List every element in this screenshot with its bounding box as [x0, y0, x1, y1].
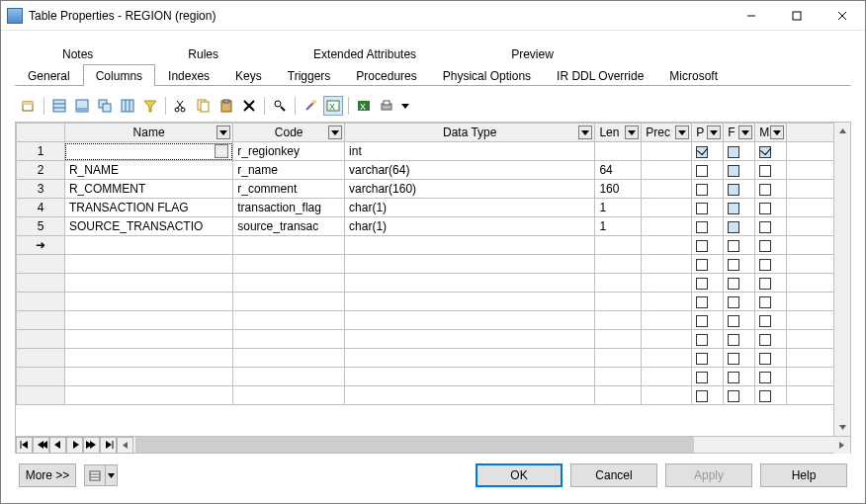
header-dropdown-icon[interactable]: [625, 126, 639, 139]
checkbox[interactable]: [696, 184, 708, 196]
tab-indexes[interactable]: Indexes: [155, 64, 222, 86]
table-row[interactable]: 5SOURCE_TRANSACTIOsource_transacchar(1)1: [17, 217, 850, 236]
cell-datatype[interactable]: char(1): [345, 217, 595, 236]
checkbox[interactable]: [759, 165, 771, 177]
row-number[interactable]: 4: [17, 199, 65, 217]
scroll-up-icon[interactable]: [834, 123, 851, 139]
cancel-button[interactable]: Cancel: [570, 463, 657, 487]
checkbox[interactable]: [696, 390, 708, 402]
cell-code[interactable]: source_transac: [233, 217, 345, 236]
tab-microsoft[interactable]: Microsoft: [656, 64, 731, 86]
cell-p[interactable]: [692, 217, 724, 236]
col-header-code[interactable]: Code: [233, 124, 345, 142]
options-icon[interactable]: [84, 464, 106, 486]
checkbox[interactable]: [728, 184, 739, 196]
checkbox[interactable]: [759, 203, 771, 214]
checkbox[interactable]: [696, 259, 708, 271]
checkbox[interactable]: [759, 353, 771, 365]
checkbox[interactable]: [728, 334, 739, 346]
cell-m[interactable]: [755, 217, 787, 236]
cell-name[interactable]: R_COMMENT: [64, 180, 232, 199]
header-dropdown-icon[interactable]: [578, 126, 592, 139]
cell-prec[interactable]: [642, 142, 692, 161]
cell-name[interactable]: TRANSACTION FLAG: [64, 199, 232, 217]
header-dropdown-icon[interactable]: [707, 126, 721, 139]
cell-f[interactable]: [724, 161, 755, 180]
paste-icon[interactable]: [216, 96, 236, 116]
checkbox[interactable]: [696, 315, 708, 327]
cell-len[interactable]: 1: [595, 217, 642, 236]
col-header-name[interactable]: Name: [64, 124, 232, 142]
append-row-icon[interactable]: [72, 96, 92, 116]
cell-prec[interactable]: [642, 161, 692, 180]
tab-rules[interactable]: Rules: [140, 43, 266, 64]
duplicate-icon[interactable]: [95, 96, 115, 116]
print-icon[interactable]: [377, 96, 396, 116]
checkbox[interactable]: [696, 240, 708, 252]
cell-len[interactable]: 160: [595, 180, 642, 199]
grid-corner[interactable]: [17, 124, 65, 142]
checkbox[interactable]: [759, 296, 771, 308]
vertical-scrollbar[interactable]: [833, 123, 850, 436]
nav-last-icon[interactable]: [100, 437, 117, 454]
cell-m[interactable]: [755, 180, 787, 199]
checkbox[interactable]: [728, 278, 739, 290]
header-dropdown-icon[interactable]: [216, 126, 230, 139]
cell-p[interactable]: [692, 199, 724, 217]
cell-name[interactable]: R_NAME: [64, 161, 232, 180]
wand-icon[interactable]: [301, 96, 320, 116]
checkbox[interactable]: [696, 372, 708, 383]
apply-button[interactable]: Apply: [665, 463, 752, 487]
add-column-icon[interactable]: [118, 96, 137, 116]
col-header-prec[interactable]: Prec: [642, 124, 692, 142]
checkbox[interactable]: [759, 259, 771, 271]
cell-ellipsis-icon[interactable]: ▭: [215, 144, 228, 158]
checkbox[interactable]: [728, 353, 739, 365]
table-row[interactable]: 3R_COMMENTr_commentvarchar(160)160: [17, 180, 850, 199]
col-header-data-type[interactable]: Data Type: [345, 124, 595, 142]
row-number[interactable]: 2: [17, 161, 65, 180]
checkbox[interactable]: [728, 296, 739, 308]
col-header-p[interactable]: P: [692, 124, 724, 142]
more-button[interactable]: More >>: [19, 463, 76, 487]
cut-icon[interactable]: [171, 96, 191, 116]
cell-len[interactable]: [595, 142, 642, 161]
checkbox[interactable]: [696, 203, 708, 214]
row-number[interactable]: 1: [17, 142, 65, 161]
tab-general[interactable]: General: [15, 64, 83, 86]
new-row[interactable]: ➜: [17, 236, 850, 255]
cell-f[interactable]: [724, 142, 755, 161]
checkbox[interactable]: [759, 221, 771, 233]
cell-code[interactable]: r_name: [233, 161, 345, 180]
tab-extended-attributes[interactable]: Extended Attributes: [266, 43, 464, 64]
cell-f[interactable]: [724, 180, 755, 199]
table-row[interactable]: 1R_REGIONKEY▭r_regionkeyint: [17, 142, 850, 161]
nav-page-up-icon[interactable]: [33, 437, 49, 454]
header-dropdown-icon[interactable]: [675, 126, 689, 139]
close-button[interactable]: [820, 1, 865, 31]
cell-f[interactable]: [724, 217, 755, 236]
tab-columns[interactable]: Columns: [83, 64, 155, 86]
checkbox[interactable]: [696, 165, 708, 177]
tab-physical-options[interactable]: Physical Options: [430, 64, 544, 86]
tab-triggers[interactable]: Triggers: [275, 64, 344, 86]
row-number[interactable]: 3: [17, 180, 65, 199]
checkbox[interactable]: [759, 146, 771, 158]
checkbox[interactable]: [728, 146, 739, 158]
table-row[interactable]: 4TRANSACTION FLAGtransaction_flagchar(1)…: [17, 199, 850, 217]
cell-datatype[interactable]: varchar(160): [345, 180, 595, 199]
scroll-down-icon[interactable]: [834, 419, 851, 436]
checkbox[interactable]: [759, 184, 771, 196]
col-header-len[interactable]: Len: [595, 124, 642, 142]
nav-next-icon[interactable]: [66, 437, 83, 454]
scroll-right-icon[interactable]: [833, 437, 850, 454]
checkbox[interactable]: [759, 240, 771, 252]
tab-keys[interactable]: Keys: [222, 64, 275, 86]
checkbox[interactable]: [759, 315, 771, 327]
checkbox[interactable]: [728, 259, 739, 271]
options-dropdown-icon[interactable]: [106, 464, 118, 486]
cell-len[interactable]: 1: [595, 199, 642, 217]
row-number[interactable]: 5: [17, 217, 65, 236]
cell-datatype[interactable]: char(1): [345, 199, 595, 217]
checkbox[interactable]: [696, 296, 708, 308]
